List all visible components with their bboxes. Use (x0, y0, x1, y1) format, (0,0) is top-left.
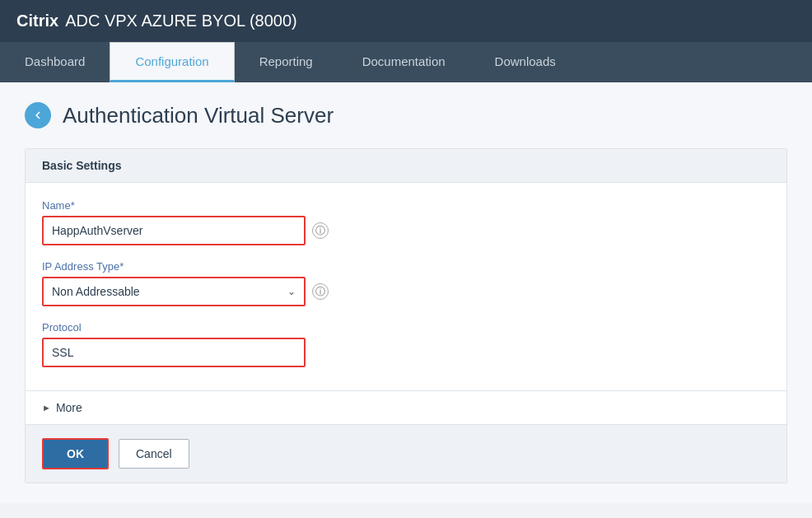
basic-settings-header: Basic Settings (26, 149, 786, 183)
protocol-label: Protocol (42, 321, 770, 334)
nav-dashboard[interactable]: Dashboard (0, 42, 110, 82)
name-group: Name* ⓘ (42, 199, 770, 245)
more-chevron-icon: ► (42, 403, 51, 413)
ip-address-type-label: IP Address Type* (42, 260, 770, 273)
nav-bar: Dashboard Configuration Reporting Docume… (0, 42, 812, 82)
ip-address-type-select-wrapper: Non Addressable IP Based ⌄ (42, 277, 306, 306)
ip-address-type-group: IP Address Type* Non Addressable IP Base… (42, 260, 770, 306)
protocol-input[interactable] (42, 338, 306, 367)
cancel-button[interactable]: Cancel (119, 439, 189, 469)
protocol-input-row (42, 338, 770, 367)
more-label: More (56, 401, 82, 414)
more-section[interactable]: ► More (26, 390, 786, 424)
card-body: Name* ⓘ IP Address Type* Non Addressable… (26, 183, 786, 390)
name-info-icon[interactable]: ⓘ (312, 222, 329, 239)
main-content: Authentication Virtual Server Basic Sett… (0, 82, 812, 503)
name-label: Name* (42, 199, 770, 212)
nav-downloads[interactable]: Downloads (470, 42, 581, 82)
nav-configuration[interactable]: Configuration (110, 42, 234, 82)
page-title: Authentication Virtual Server (63, 103, 334, 128)
ip-address-type-input-row: Non Addressable IP Based ⌄ ⓘ (42, 277, 770, 306)
page-title-row: Authentication Virtual Server (25, 102, 787, 128)
protocol-group: Protocol (42, 321, 770, 367)
back-icon (30, 108, 45, 123)
brand-citrix: Citrix (16, 12, 58, 30)
name-input[interactable] (42, 216, 306, 245)
ip-address-type-select[interactable]: Non Addressable IP Based (44, 278, 304, 305)
brand-rest: ADC VPX AZURE BYOL (8000) (65, 12, 297, 30)
back-button[interactable] (25, 102, 51, 128)
nav-documentation[interactable]: Documentation (338, 42, 470, 82)
ip-info-icon[interactable]: ⓘ (312, 283, 329, 300)
nav-reporting[interactable]: Reporting (235, 42, 338, 82)
app-header: Citrix ADC VPX AZURE BYOL (8000) (0, 0, 812, 42)
name-input-row: ⓘ (42, 216, 770, 245)
ok-button[interactable]: OK (42, 438, 109, 469)
form-footer: OK Cancel (26, 424, 786, 483)
form-card: Basic Settings Name* ⓘ IP Address Type* … (25, 148, 787, 483)
